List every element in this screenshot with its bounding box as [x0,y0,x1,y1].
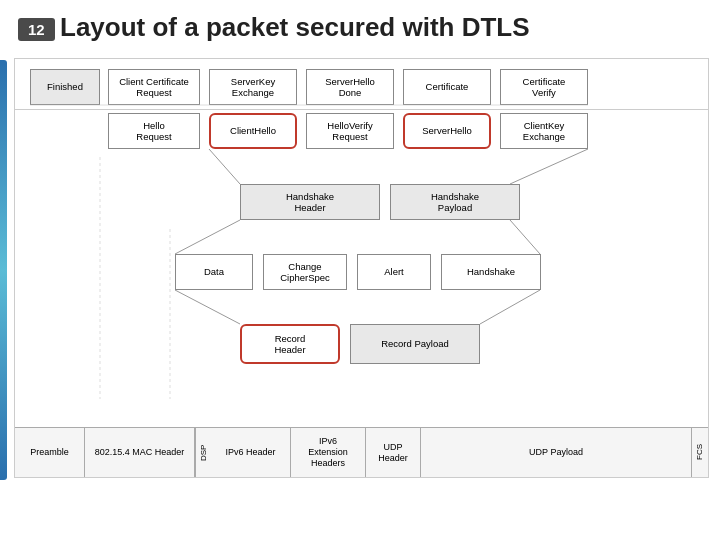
box-record-header: RecordHeader [240,324,340,364]
svg-line-4 [510,220,540,254]
bottom-udp-payload: UDP Payload [421,428,692,477]
bottom-ipv6-ext: IPv6ExtensionHeaders [291,428,366,477]
box-clienthello: ClientHello [209,113,297,149]
bottom-dsp: DSP [195,428,211,477]
slide-number: 12 [18,18,55,41]
box-clientkey-exchange: ClientKeyExchange [500,113,588,149]
box-record-payload: Record Payload [350,324,480,364]
bottom-row: Preamble 802.15.4 MAC Header DSP IPv6 He… [15,427,708,477]
bottom-ipv6-header: IPv6 Header [211,428,291,477]
box-change-cipherspec: ChangeCipherSpec [263,254,347,290]
diagram-area: Finished Client CertificateRequest Serve… [14,58,709,478]
box-handshake-payload: HandshakePayload [390,184,520,220]
blue-accent-bar [0,60,7,480]
box-finished: Finished [30,69,100,105]
bottom-preamble: Preamble [15,428,85,477]
box-handshake: Handshake [441,254,541,290]
box-serverhello: ServerHello [403,113,491,149]
box-data: Data [175,254,253,290]
bottom-mac-header: 802.15.4 MAC Header [85,428,195,477]
box-alert: Alert [357,254,431,290]
box-client-cert-req: Client CertificateRequest [108,69,200,105]
box-certificate: Certificate [403,69,491,105]
svg-line-5 [175,290,240,324]
box-handshake-header: HandshakeHeader [240,184,380,220]
slide-title: Layout of a packet secured with DTLS [60,12,530,43]
bottom-fcs: FCS [692,428,708,477]
svg-line-0 [209,149,240,184]
box-serverhello-done: ServerHelloDone [306,69,394,105]
bottom-udp-header: UDPHeader [366,428,421,477]
box-hello-request: HelloRequest [108,113,200,149]
svg-line-1 [510,149,588,184]
box-helloverify-request: HelloVerifyRequest [306,113,394,149]
box-certificate-verify: CertificateVerify [500,69,588,105]
svg-line-3 [175,220,240,254]
box-serverkey-exchange: ServerKeyExchange [209,69,297,105]
svg-line-6 [480,290,540,324]
